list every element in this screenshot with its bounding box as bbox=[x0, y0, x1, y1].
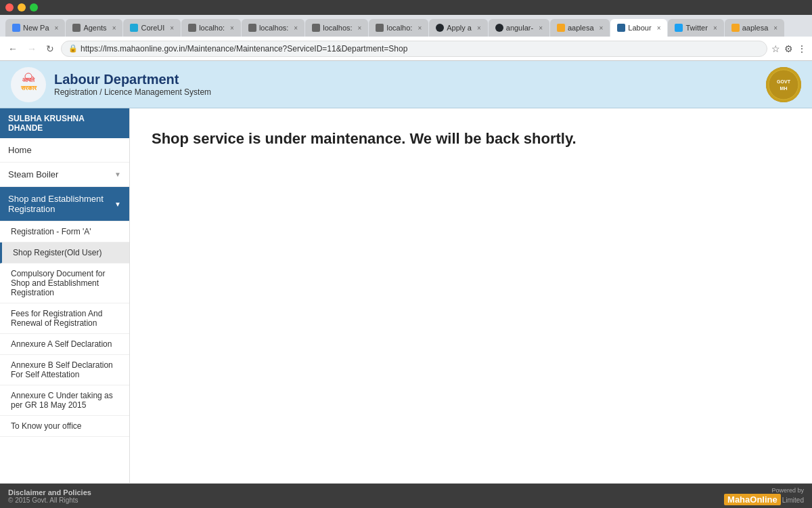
browser-tab[interactable]: localho: × bbox=[181, 19, 241, 37]
tab-label: aaplesa bbox=[742, 24, 769, 32]
browser-tab[interactable]: aaplesa × bbox=[725, 19, 784, 37]
app-footer: Disclaimer and Policies © 2015 Govt. All… bbox=[0, 484, 812, 508]
sidebar-sub-item-registration-form[interactable]: Registration - Form 'A' bbox=[0, 221, 129, 242]
sidebar-sub-item-annexure-b[interactable]: Annexure B Self Declaration For Self Att… bbox=[0, 355, 129, 385]
tab-favicon bbox=[248, 24, 256, 32]
browser-tab[interactable]: Twitter × bbox=[668, 19, 723, 37]
forward-button[interactable]: → bbox=[24, 42, 39, 56]
tab-close-icon[interactable]: × bbox=[657, 24, 661, 32]
aaple-sarkar-logo: आपले सरकार bbox=[11, 67, 46, 102]
sidebar-sub-item-annexure-a[interactable]: Annexure A Self Declaration bbox=[0, 334, 129, 355]
tab-close-icon[interactable]: × bbox=[539, 24, 543, 32]
tab-favicon bbox=[376, 24, 384, 32]
tab-close-icon[interactable]: × bbox=[713, 24, 717, 32]
browser-tab[interactable]: localhos: × bbox=[305, 19, 368, 37]
browser-tab[interactable]: aaplesa × bbox=[550, 19, 610, 37]
government-emblem: GOVT MH bbox=[766, 67, 801, 102]
header-subtitle: Registration / Licence Management System bbox=[54, 87, 211, 97]
tab-favicon bbox=[731, 24, 740, 32]
sidebar: SULBHA KRUSHNA DHANDE Home Steam Boiler … bbox=[0, 108, 130, 492]
maha-online-logo: MahaOnline bbox=[724, 494, 781, 505]
tab-favicon bbox=[557, 24, 565, 32]
browser-tab[interactable]: Apply a × bbox=[429, 19, 488, 37]
tab-label: localho: bbox=[199, 24, 225, 32]
tab-label: Agents bbox=[83, 24, 106, 32]
close-window-button[interactable] bbox=[5, 3, 14, 12]
browser-tab[interactable]: Agents × bbox=[66, 19, 122, 37]
tab-favicon bbox=[675, 24, 683, 32]
tab-close-icon[interactable]: × bbox=[112, 24, 116, 32]
tab-close-icon[interactable]: × bbox=[55, 24, 59, 32]
svg-text:GOVT: GOVT bbox=[777, 79, 791, 84]
sidebar-sub-item-label: Compulsory Document for Shop and Establi… bbox=[11, 269, 105, 297]
address-text: https://lms.mahaonline.gov.in/Maintenanc… bbox=[81, 44, 407, 54]
tab-close-icon[interactable]: × bbox=[294, 24, 298, 32]
powered-sub: Limited bbox=[782, 496, 804, 504]
tab-close-icon[interactable]: × bbox=[170, 24, 174, 32]
sidebar-sub-item-label: Annexure B Self Declaration For Self Att… bbox=[11, 360, 113, 379]
sidebar-sub-item-label: Shop Register(Old User) bbox=[13, 248, 102, 257]
chevron-down-icon: ▼ bbox=[114, 200, 121, 208]
content-area: Shop service is under maintenance. We wi… bbox=[130, 108, 812, 492]
sidebar-sub-item-label: Annexure C Under taking as per GR 18 May… bbox=[11, 391, 113, 410]
footer-copyright: © 2015 Govt. All Rights bbox=[8, 496, 91, 504]
tab-label: localhos: bbox=[323, 24, 352, 32]
sidebar-item-label: Home bbox=[8, 145, 32, 155]
sidebar-sub-item-annexure-c[interactable]: Annexure C Under taking as per GR 18 May… bbox=[0, 385, 129, 416]
browser-tab-active[interactable]: Labour × bbox=[610, 19, 667, 37]
sidebar-sub-item-know-office[interactable]: To Know your office bbox=[0, 416, 129, 437]
minimize-window-button[interactable] bbox=[18, 3, 26, 12]
tab-favicon bbox=[495, 24, 503, 32]
secure-icon: 🔒 bbox=[68, 44, 78, 53]
footer-left: Disclaimer and Policies © 2015 Govt. All… bbox=[8, 488, 91, 504]
tab-favicon bbox=[188, 24, 196, 32]
browser-tab[interactable]: angular- × bbox=[489, 19, 549, 37]
sidebar-sub-item-label: Fees for Registration And Renewal of Reg… bbox=[11, 309, 102, 328]
browser-tab[interactable]: localho: × bbox=[369, 19, 428, 37]
svg-text:सरकार: सरकार bbox=[20, 85, 37, 91]
app-wrapper: आपले सरकार Labour Department Registratio… bbox=[0, 61, 812, 492]
tab-close-icon[interactable]: × bbox=[230, 24, 234, 32]
maximize-window-button[interactable] bbox=[30, 3, 38, 12]
sidebar-sub-item-label: Registration - Form 'A' bbox=[11, 227, 91, 236]
sidebar-item-home[interactable]: Home bbox=[0, 138, 129, 163]
tab-label: New Pa bbox=[23, 24, 49, 32]
menu-icon[interactable]: ⋮ bbox=[797, 43, 807, 54]
browser-tab[interactable]: localhos: × bbox=[242, 19, 304, 37]
sidebar-item-steam-boiler[interactable]: Steam Boiler ▼ bbox=[0, 163, 129, 187]
tab-favicon bbox=[130, 24, 138, 32]
sidebar-sub-item-shop-register[interactable]: Shop Register(Old User) bbox=[0, 242, 129, 263]
toolbar-icons: ☆ ⚙ ⋮ bbox=[771, 43, 807, 54]
address-bar[interactable]: 🔒 https://lms.mahaonline.gov.in/Maintena… bbox=[61, 41, 767, 57]
sidebar-item-shop-establishment[interactable]: Shop and Establishment Registration ▼ bbox=[0, 187, 129, 221]
tab-close-icon[interactable]: × bbox=[477, 24, 481, 32]
sidebar-sub-item-fees[interactable]: Fees for Registration And Renewal of Reg… bbox=[0, 303, 129, 334]
extensions-icon[interactable]: ⚙ bbox=[784, 43, 793, 54]
bookmark-icon[interactable]: ☆ bbox=[771, 43, 780, 54]
header-text: Labour Department Registration / Licence… bbox=[54, 72, 211, 97]
sidebar-sub-item-compulsory-doc[interactable]: Compulsory Document for Shop and Establi… bbox=[0, 263, 129, 303]
tab-close-icon[interactable]: × bbox=[418, 24, 422, 32]
tab-label: Labour bbox=[628, 24, 651, 32]
sidebar-item-label: Steam Boiler bbox=[8, 169, 58, 179]
maintenance-message: Shop service is under maintenance. We wi… bbox=[152, 130, 790, 148]
powered-by-label: Powered by bbox=[771, 487, 804, 494]
browser-tab[interactable]: CoreUI × bbox=[123, 19, 181, 37]
browser-tabs: New Pa × Agents × CoreUI × localho: × lo… bbox=[0, 15, 812, 37]
tab-favicon bbox=[617, 24, 625, 32]
main-area: SULBHA KRUSHNA DHANDE Home Steam Boiler … bbox=[0, 108, 812, 492]
back-button[interactable]: ← bbox=[5, 42, 20, 56]
browser-addressbar: ← → ↻ 🔒 https://lms.mahaonline.gov.in/Ma… bbox=[0, 37, 812, 61]
tab-close-icon[interactable]: × bbox=[600, 24, 604, 32]
sidebar-item-label: Shop and Establishment Registration bbox=[8, 194, 114, 214]
tab-close-icon[interactable]: × bbox=[773, 24, 777, 32]
tab-label: CoreUI bbox=[141, 24, 164, 32]
reload-button[interactable]: ↻ bbox=[43, 42, 57, 56]
tab-close-icon[interactable]: × bbox=[358, 24, 362, 32]
app-header: आपले सरकार Labour Department Registratio… bbox=[0, 61, 812, 108]
header-title: Labour Department bbox=[54, 72, 211, 87]
svg-point-5 bbox=[769, 70, 798, 100]
browser-tab[interactable]: New Pa × bbox=[5, 19, 65, 37]
chevron-down-icon: ▼ bbox=[114, 171, 121, 178]
sidebar-sub-item-label: To Know your office bbox=[11, 421, 82, 431]
